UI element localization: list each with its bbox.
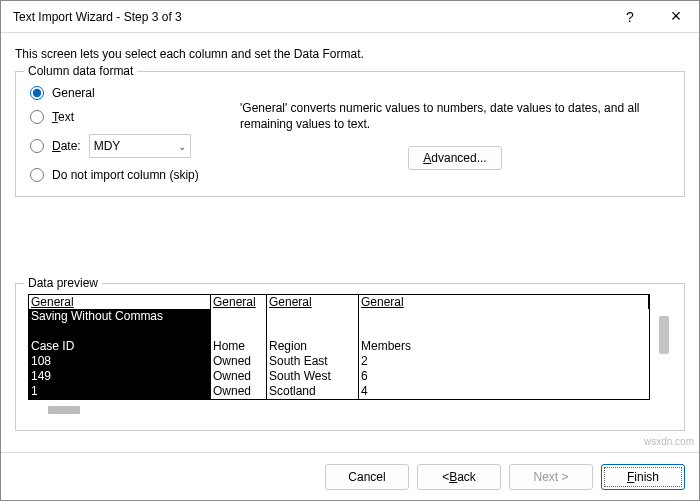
scrollbar-thumb-h[interactable] [48, 406, 80, 414]
text-import-wizard-dialog: Text Import Wizard - Step 3 of 3 ? × Thi… [0, 0, 700, 501]
preview-header-4[interactable]: General [359, 295, 649, 309]
format-description-column: 'General' converts numeric values to num… [240, 82, 670, 182]
data-preview-group: Data preview General General General Gen… [15, 283, 685, 431]
radio-text-row[interactable]: Text [30, 110, 220, 124]
radio-skip[interactable] [30, 168, 44, 182]
format-legend: Column data format [24, 64, 137, 78]
radio-text-label: Text [52, 110, 74, 124]
titlebar: Text Import Wizard - Step 3 of 3 ? × [1, 1, 699, 33]
date-format-select[interactable]: MDY ⌄ [89, 134, 191, 158]
watermark: wsxdn.com [644, 436, 694, 447]
format-radio-column: General Text Date: MDY ⌄ [30, 82, 220, 182]
back-button[interactable]: < Back [417, 464, 501, 490]
preview-legend: Data preview [24, 276, 102, 290]
preview-body: Saving Without Commas Case ID 108 149 1 … [29, 309, 649, 399]
radio-date-label: Date: [52, 139, 81, 153]
chevron-down-icon: ⌄ [178, 141, 186, 152]
preview-header-row: General General General General [29, 295, 649, 309]
radio-skip-label: Do not import column (skip) [52, 168, 199, 182]
preview-vertical-scrollbar[interactable] [656, 294, 672, 400]
next-button[interactable]: Next > [509, 464, 593, 490]
button-bar: Cancel < Back Next > Finish [1, 452, 699, 500]
preview-col-2[interactable]: Home Owned Owned Owned [211, 309, 267, 399]
radio-general-label: General [52, 86, 95, 100]
radio-text[interactable] [30, 110, 44, 124]
intro-text: This screen lets you select each column … [15, 47, 685, 61]
finish-button[interactable]: Finish [601, 464, 685, 490]
date-format-value: MDY [94, 139, 121, 153]
radio-date[interactable] [30, 139, 44, 153]
preview-col-4[interactable]: Members 2 6 4 [359, 309, 649, 399]
dialog-content: This screen lets you select each column … [1, 33, 699, 452]
close-button[interactable]: × [653, 1, 699, 33]
help-button[interactable]: ? [607, 1, 653, 33]
scrollbar-thumb[interactable] [659, 316, 669, 354]
preview-col-1[interactable]: Saving Without Commas Case ID 108 149 1 [29, 309, 211, 399]
radio-general[interactable] [30, 86, 44, 100]
dialog-title: Text Import Wizard - Step 3 of 3 [13, 10, 607, 24]
preview-header-1[interactable]: General [29, 295, 211, 309]
cancel-button[interactable]: Cancel [325, 464, 409, 490]
format-description-text: 'General' converts numeric values to num… [240, 100, 670, 132]
preview-header-3[interactable]: General [267, 295, 359, 309]
preview-horizontal-scrollbar[interactable] [28, 404, 672, 418]
radio-skip-row[interactable]: Do not import column (skip) [30, 168, 220, 182]
preview-header-2[interactable]: General [211, 295, 267, 309]
radio-date-row[interactable]: Date: MDY ⌄ [30, 134, 220, 158]
advanced-button[interactable]: Advanced... [408, 146, 501, 170]
preview-table[interactable]: General General General General Saving W… [28, 294, 650, 400]
radio-general-row[interactable]: General [30, 86, 220, 100]
column-data-format-group: Column data format General Text Date: [15, 71, 685, 197]
preview-col-3[interactable]: Region South East South West Scotland [267, 309, 359, 399]
